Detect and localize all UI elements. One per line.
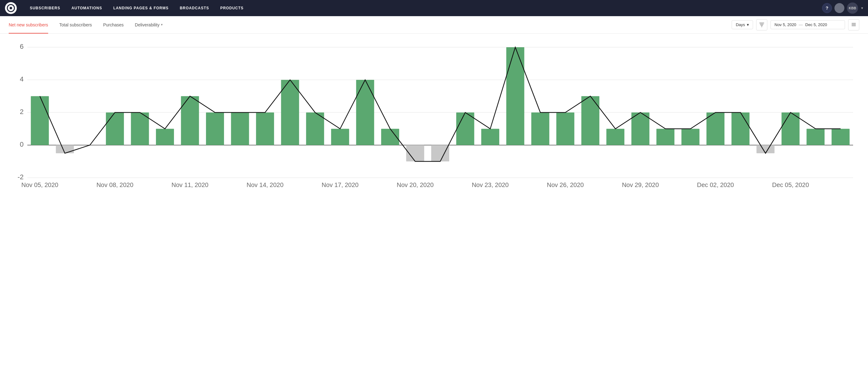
svg-rect-10 bbox=[31, 96, 49, 145]
svg-rect-18 bbox=[231, 113, 249, 145]
date-sep: — bbox=[799, 22, 803, 27]
tab-purchases[interactable]: Purchases bbox=[98, 16, 129, 34]
svg-rect-16 bbox=[181, 96, 199, 145]
chart-container: 6420-2Nov 05, 2020Nov 08, 2020Nov 11, 20… bbox=[0, 34, 868, 208]
svg-text:Nov 17, 2020: Nov 17, 2020 bbox=[321, 181, 359, 188]
svg-text:0: 0 bbox=[20, 141, 24, 148]
svg-text:Dec 02, 2020: Dec 02, 2020 bbox=[697, 181, 734, 188]
svg-rect-17 bbox=[206, 113, 224, 145]
deliverability-chevron-icon: ▾ bbox=[161, 23, 163, 27]
svg-rect-42 bbox=[832, 129, 850, 145]
svg-text:Nov 26, 2020: Nov 26, 2020 bbox=[547, 181, 584, 188]
tab-total-subscribers[interactable]: Total subscribers bbox=[54, 16, 98, 34]
svg-text:6: 6 bbox=[20, 42, 24, 50]
svg-rect-35 bbox=[656, 129, 675, 145]
help-button[interactable]: ? bbox=[822, 3, 832, 13]
svg-rect-40 bbox=[782, 113, 800, 145]
navbar: SUBSCRIBERS AUTOMATIONS LANDING PAGES & … bbox=[0, 0, 868, 16]
tab-net-new-subscribers[interactable]: Net new subscribers bbox=[9, 16, 54, 34]
svg-rect-34 bbox=[631, 113, 649, 145]
subscribers-chart: 6420-2Nov 05, 2020Nov 08, 2020Nov 11, 20… bbox=[9, 41, 859, 203]
svg-rect-36 bbox=[681, 129, 699, 145]
nav-broadcasts[interactable]: BROADCASTS bbox=[174, 0, 215, 16]
nav-automations[interactable]: AUTOMATIONS bbox=[66, 0, 108, 16]
svg-rect-20 bbox=[281, 80, 299, 145]
svg-rect-11 bbox=[56, 145, 74, 153]
svg-text:4: 4 bbox=[20, 75, 24, 83]
period-select[interactable]: Days ▾ bbox=[732, 20, 753, 29]
svg-text:Nov 20, 2020: Nov 20, 2020 bbox=[397, 181, 434, 188]
nav-subscribers[interactable]: SUBSCRIBERS bbox=[24, 0, 66, 16]
svg-text:2: 2 bbox=[20, 108, 24, 116]
avatar[interactable]: KBB bbox=[847, 2, 858, 14]
svg-rect-26 bbox=[431, 145, 449, 161]
svg-rect-29 bbox=[506, 47, 524, 145]
svg-rect-37 bbox=[707, 113, 724, 145]
svg-rect-30 bbox=[531, 113, 549, 145]
svg-rect-33 bbox=[607, 129, 624, 145]
user-menu-chevron[interactable]: ▾ bbox=[861, 6, 863, 10]
svg-rect-28 bbox=[481, 129, 499, 145]
svg-text:Nov 23, 2020: Nov 23, 2020 bbox=[472, 181, 509, 188]
list-view-button[interactable] bbox=[848, 19, 859, 30]
svg-rect-38 bbox=[732, 113, 750, 145]
svg-rect-21 bbox=[306, 113, 324, 145]
svg-text:Dec 05, 2020: Dec 05, 2020 bbox=[772, 181, 809, 188]
svg-text:Nov 11, 2020: Nov 11, 2020 bbox=[172, 181, 209, 188]
period-chevron-icon: ▾ bbox=[747, 22, 749, 27]
svg-text:Nov 05, 2020: Nov 05, 2020 bbox=[22, 181, 58, 188]
date-end: Dec 5, 2020 bbox=[805, 22, 827, 27]
nav-right-controls: ? KBB ▾ bbox=[822, 2, 863, 14]
svg-rect-27 bbox=[456, 113, 474, 145]
svg-text:Nov 08, 2020: Nov 08, 2020 bbox=[96, 181, 133, 188]
svg-rect-15 bbox=[156, 129, 174, 145]
svg-rect-23 bbox=[356, 80, 374, 145]
svg-rect-41 bbox=[806, 129, 825, 145]
svg-rect-13 bbox=[106, 113, 124, 145]
tab-deliverability[interactable]: Deliverability ▾ bbox=[129, 16, 168, 34]
svg-rect-19 bbox=[256, 113, 274, 145]
logo[interactable] bbox=[5, 2, 17, 14]
chart-wrapper: 6420-2Nov 05, 2020Nov 08, 2020Nov 11, 20… bbox=[9, 41, 859, 203]
svg-rect-31 bbox=[556, 113, 575, 145]
tabs-bar: Net new subscribers Total subscribers Pu… bbox=[0, 16, 868, 34]
svg-rect-39 bbox=[756, 145, 774, 153]
svg-text:Nov 14, 2020: Nov 14, 2020 bbox=[247, 181, 284, 188]
chart-controls: Days ▾ Nov 5, 2020 — Dec 5, 2020 bbox=[732, 19, 859, 30]
filter-button[interactable] bbox=[756, 19, 767, 30]
svg-rect-14 bbox=[131, 113, 149, 145]
svg-text:Nov 29, 2020: Nov 29, 2020 bbox=[622, 181, 659, 188]
svg-text:-2: -2 bbox=[18, 173, 24, 181]
date-start: Nov 5, 2020 bbox=[774, 22, 796, 27]
svg-rect-22 bbox=[331, 129, 349, 145]
nav-products[interactable]: PRODUCTS bbox=[215, 0, 249, 16]
nav-landing-pages[interactable]: LANDING PAGES & FORMS bbox=[108, 0, 174, 16]
date-range-picker[interactable]: Nov 5, 2020 — Dec 5, 2020 bbox=[770, 20, 845, 29]
svg-rect-32 bbox=[581, 96, 599, 145]
notifications-button[interactable] bbox=[834, 3, 844, 13]
